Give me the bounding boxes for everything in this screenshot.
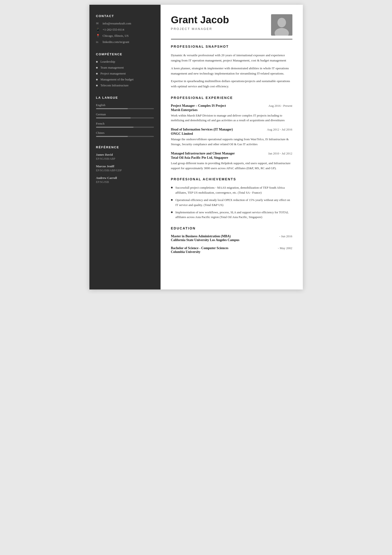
- experience-date: Aug 2016 - Present: [268, 104, 292, 108]
- skills-list: LeardershipTeam managementProject manage…: [96, 60, 154, 87]
- achievement-bullet: [171, 212, 173, 213]
- header-divider: [171, 39, 292, 39]
- achievement-text: Successfull project completions - MAAS m…: [176, 185, 292, 195]
- language-name: German: [96, 112, 154, 116]
- education-date: - May 2002: [278, 246, 292, 254]
- skill-bullet: [96, 61, 98, 63]
- achievement-bullet: [171, 187, 173, 188]
- achievements-title: PROFESIONAL ACHIEVEMENTS: [171, 177, 292, 182]
- skill-item: Management of the budget: [96, 78, 154, 81]
- snapshot-title: PROFESSIONAL SNAPSHOT: [171, 45, 292, 49]
- snapshot-paragraph: Dynamic & versatile professional with 20…: [171, 53, 292, 63]
- language-item: English: [96, 103, 154, 109]
- photo-placeholder: [271, 14, 292, 36]
- education-list: Master in Business Administration (MBA) …: [171, 234, 292, 254]
- candidate-photo: [271, 14, 292, 36]
- reference-item: Andrew Carroll EP/SG/ISB: [96, 176, 154, 184]
- language-section: LA LANGUE English German French Chines: [96, 96, 154, 137]
- language-name: English: [96, 103, 154, 107]
- skill-label: Project management: [100, 72, 126, 75]
- email-value: info@resumekraft.com: [103, 22, 131, 25]
- skill-label: Team management: [100, 66, 124, 70]
- experience-list: Project Manager – Complex IS Project Aug…: [171, 104, 292, 171]
- experience-job-title: Project Manager – Complex IS Project: [171, 104, 226, 108]
- language-bar-fill: [96, 108, 128, 109]
- experience-description: Work within Marsh E&P Division to manage…: [171, 113, 292, 123]
- name-title-block: Grant Jacob PROJECT MANAGER: [171, 14, 229, 31]
- skill-item: Project management: [96, 72, 154, 75]
- skill-item: Telecom Infrastructure: [96, 84, 154, 87]
- competence-section: COMPÉTENCE LeardershipTeam managementPro…: [96, 52, 154, 87]
- reference-code: EP/SG/ISB/ABP/GDP: [96, 169, 154, 172]
- reference-section: RÉFÉRENCE James David EP/SG/ISB/ABP Marc…: [96, 146, 154, 184]
- achievement-bullet: [171, 199, 173, 201]
- snapshot-paragraphs: Dynamic & versatile professional with 20…: [171, 53, 292, 89]
- language-item: Chines: [96, 131, 154, 137]
- linkedin-value: linkedin.com/in/grant: [103, 40, 129, 44]
- achievement-text: Operational efficiency and steady local …: [176, 198, 292, 208]
- education-section: EDUCATION Master in Business Administrat…: [171, 226, 292, 254]
- education-school: California State University Los Angeles …: [171, 238, 240, 242]
- education-left: Bachelor of Science - Computer Sciences …: [171, 246, 229, 254]
- reference-name: James David: [96, 153, 154, 157]
- education-date: - Jun 2016: [279, 234, 292, 242]
- linkedin-item: in linkedin.com/in/grant: [96, 40, 154, 44]
- resume-container: CONTACT ✉ info@resumekraft.com 📱 +1-202-…: [89, 5, 303, 290]
- language-item: French: [96, 122, 154, 128]
- reference-item: James David EP/SG/ISB/ABP: [96, 153, 154, 161]
- candidate-name: Grant Jacob: [171, 14, 229, 26]
- skill-label: Telecom Infrastructure: [100, 84, 129, 87]
- language-title: LA LANGUE: [96, 96, 154, 99]
- language-item: German: [96, 112, 154, 118]
- education-title: EDUCATION: [171, 226, 292, 231]
- experience-title: PROFESSIONAL EXPERIENCE: [171, 96, 292, 101]
- experience-section: PROFESSIONAL EXPERIENCE Project Manager …: [171, 96, 292, 171]
- skill-item: Team management: [96, 66, 154, 70]
- main-content: Grant Jacob PROJECT MANAGER PROFESSIONAL…: [161, 5, 303, 290]
- skill-bullet: [96, 73, 98, 74]
- achievements-list: Successfull project completions - MAAS m…: [171, 185, 292, 220]
- experience-description: Manage the onshore/offshore operational …: [171, 137, 292, 147]
- experience-header: Managed Infrastructure and Client Manage…: [171, 152, 292, 155]
- linkedin-icon: in: [96, 40, 100, 44]
- snapshot-paragraph: A keen planner, strategist & implementer…: [171, 66, 292, 76]
- phone-icon: 📱: [96, 28, 100, 32]
- email-item: ✉ info@resumekraft.com: [96, 22, 154, 25]
- sidebar: CONTACT ✉ info@resumekraft.com 📱 +1-202-…: [89, 5, 161, 290]
- experience-company: Marsh Enterprises: [171, 108, 292, 112]
- experience-date: Jan 2010 - Jul 2012: [268, 152, 292, 155]
- experience-company: ONGC Limited: [171, 132, 292, 136]
- language-bar-fill: [96, 127, 134, 128]
- education-left: Master in Business Administration (MBA) …: [171, 234, 240, 242]
- main-header: Grant Jacob PROJECT MANAGER: [171, 14, 292, 36]
- snapshot-paragraph: Expertise in spearheading multimillion d…: [171, 79, 292, 89]
- language-bar-fill: [96, 136, 128, 137]
- language-name: French: [96, 122, 154, 125]
- language-bar-background: [96, 108, 154, 109]
- reference-name: Marcus Jeniff: [96, 164, 154, 168]
- experience-header: Project Manager – Complex IS Project Aug…: [171, 104, 292, 108]
- experience-item: Head of Information Services (IT Manager…: [171, 128, 292, 147]
- skill-item: Leardership: [96, 60, 154, 64]
- language-bar-background: [96, 117, 154, 118]
- achievements-section: PROFESIONAL ACHIEVEMENTS Successfull pro…: [171, 177, 292, 220]
- education-school: Columbia University: [171, 250, 229, 254]
- location-item: 📍 Chicago, Illinois, US: [96, 34, 154, 38]
- candidate-title: PROJECT MANAGER: [171, 27, 229, 31]
- contact-title: CONTACT: [96, 14, 154, 18]
- phone-item: 📱 +1-202-555-0114: [96, 28, 154, 32]
- skill-bullet: [96, 85, 98, 86]
- skill-bullet: [96, 79, 98, 80]
- skill-label: Leardership: [100, 60, 115, 64]
- location-icon: 📍: [96, 34, 100, 38]
- reference-title: RÉFÉRENCE: [96, 146, 154, 149]
- achievement-text: Implementation of new workflows, process…: [176, 210, 292, 220]
- language-name: Chines: [96, 131, 154, 135]
- experience-date: Aug 2012 - Jul 2016: [267, 128, 292, 131]
- experience-job-title: Managed Infrastructure and Client Manage…: [171, 152, 235, 155]
- language-bar-fill: [96, 117, 131, 118]
- skill-label: Management of the budget: [100, 78, 134, 81]
- achievement-item: Operational efficiency and steady local …: [171, 198, 292, 208]
- experience-description: Lead group different teams in providing …: [171, 161, 292, 171]
- experience-item: Project Manager – Complex IS Project Aug…: [171, 104, 292, 123]
